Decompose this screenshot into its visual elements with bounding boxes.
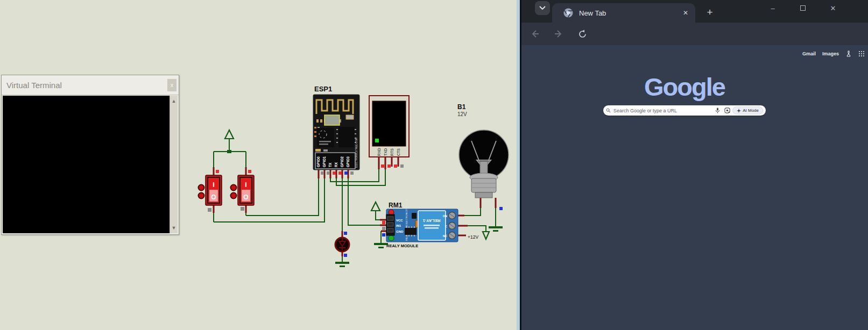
power-rail-label: +12V (468, 234, 478, 240)
gmail-link[interactable]: Gmail (802, 51, 816, 56)
google-logo: Google (644, 73, 725, 101)
virtual-terminal-titlebar[interactable]: Virtual Terminal x (2, 75, 179, 95)
svg-text:RXD: RXD (377, 148, 381, 156)
tab-title: New Tab (579, 9, 681, 17)
scroll-down-icon[interactable]: ▼ (170, 224, 178, 232)
google-lens-icon[interactable] (724, 107, 730, 113)
lamp-component[interactable]: B1 12V (457, 103, 509, 198)
window-close-button[interactable]: ✕ (821, 0, 845, 16)
new-tab-button[interactable]: + (703, 6, 716, 19)
tab-new-tab[interactable]: New Tab ✕ (552, 3, 695, 23)
svg-text:RTS: RTS (390, 148, 394, 156)
reload-button[interactable] (574, 26, 590, 42)
esp-chip-flash (317, 128, 334, 147)
terminal-cursor (375, 139, 379, 142)
wire-junction-dot (227, 150, 231, 153)
virtual-terminal-instrument[interactable]: RXD TXD RTS CTS (369, 96, 409, 157)
ai-mode-label: AI Mode (743, 108, 759, 113)
power-arrow-icon (225, 130, 234, 139)
switch-on-glyph: I (245, 181, 246, 189)
relay-status-led (389, 235, 394, 241)
window-minimize-button[interactable]: – (760, 0, 785, 16)
esp-chip-soc (336, 127, 356, 147)
terminal-scrollbar[interactable]: ▲ ▼ (170, 96, 178, 233)
screenshot-root: +12V ESP1 (0, 0, 868, 330)
chevron-down-icon (539, 6, 546, 10)
tab-close-icon[interactable]: ✕ (681, 9, 690, 17)
svg-text:RX: RX (334, 162, 338, 167)
new-tab-page: Gmail Images Google Search Google or typ… (521, 45, 868, 330)
svg-text:GPIO1: GPIO1 (322, 156, 326, 167)
tab-search-button[interactable] (535, 1, 550, 15)
labs-flask-icon[interactable] (845, 51, 852, 57)
ntp-search-box[interactable]: Search Google or type a URL AI Mode (603, 105, 766, 116)
relay-ref-label: RM1 (389, 202, 403, 209)
virtual-terminal-title: Virtual Terminal (6, 81, 62, 90)
relay-screw-terminals (449, 212, 456, 239)
relay-can-label: RELAY-1 (422, 218, 441, 223)
svg-text:VCC: VCC (396, 219, 403, 222)
relay-module[interactable]: RM1 VCC IN1 GND RELAY MODULE ELECTRONICS… (386, 199, 458, 249)
chrome-window: New Tab ✕ + – ✕ G Search Google or type … (521, 0, 868, 330)
svg-text:GPIO2: GPIO2 (340, 156, 344, 167)
scroll-up-icon[interactable]: ▲ (170, 97, 178, 105)
svg-text:CTS: CTS (397, 148, 400, 156)
tab-strip: New Tab ✕ + – ✕ (521, 0, 868, 23)
relay-caption: REALY MODULE (386, 243, 418, 248)
reload-icon (578, 30, 587, 39)
forward-arrow-icon (554, 29, 563, 39)
svg-text:GND: GND (396, 230, 404, 233)
switch-off-glyph: O (211, 193, 216, 201)
back-button[interactable] (527, 26, 543, 42)
rocker-switch-2[interactable]: I O (231, 175, 255, 205)
switch-off-glyph: O (243, 193, 248, 201)
esp8266-module[interactable]: ESP1 (313, 85, 359, 170)
sparkle-icon (737, 109, 741, 113)
chrome-logo-icon (563, 8, 574, 18)
forward-button[interactable] (551, 26, 567, 42)
window-maximize-button[interactable] (791, 0, 815, 16)
apps-grid-icon[interactable] (858, 51, 865, 57)
proteus-schematic-canvas[interactable]: +12V ESP1 (0, 0, 518, 330)
virtual-terminal-window: Virtual Terminal x ▲ ▼ (1, 75, 179, 235)
esp-ref-label: ESP1 (314, 85, 332, 93)
lamp-value-label: 12V (457, 111, 467, 117)
virtual-terminal-screen[interactable]: ▲ ▼ (3, 96, 178, 233)
browser-toolbar: G Search Google or type a URL ⋮ (521, 23, 868, 45)
search-icon (606, 108, 611, 113)
power-arrow-down-icon (483, 232, 489, 239)
switch-on-glyph: I (213, 181, 214, 189)
svg-text:NC: NC (443, 234, 447, 238)
svg-text:TXD: TXD (384, 148, 387, 156)
svg-text:GPIO3: GPIO3 (346, 156, 350, 167)
ntp-header-links: Gmail Images (802, 51, 865, 57)
lamp-ref-label: B1 (457, 103, 466, 111)
svg-text:ON: ON (443, 214, 447, 218)
images-link[interactable]: Images (822, 51, 839, 56)
rocker-switch-1[interactable]: I O (199, 175, 222, 205)
led-component[interactable] (335, 238, 349, 252)
microphone-icon[interactable] (715, 107, 720, 113)
close-icon[interactable]: x (167, 79, 177, 91)
svg-text:TX: TX (328, 162, 332, 167)
esp-shield-can (324, 115, 340, 125)
svg-text:IN1: IN1 (396, 224, 401, 227)
power-arrow-icon (371, 202, 380, 211)
svg-text:C: C (445, 225, 447, 228)
svg-text:GPIO0: GPIO0 (316, 156, 320, 167)
back-arrow-icon (530, 29, 540, 39)
esp-brand-text: ELECTRONICSTREE.COM (355, 138, 358, 168)
ntp-search-placeholder: Search Google or type a URL (613, 108, 713, 113)
ai-mode-chip[interactable]: AI Mode (732, 106, 763, 114)
